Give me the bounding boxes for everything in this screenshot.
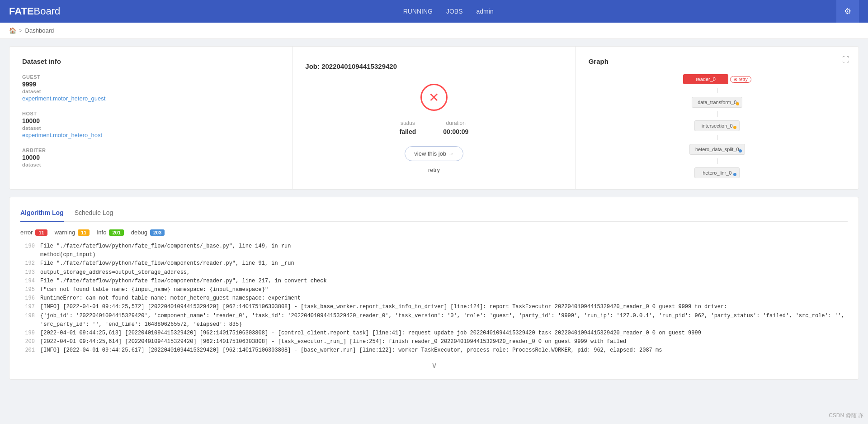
log-line-text: method(cpn_input)	[40, 251, 95, 259]
log-line-text: [INFO] [2022-04-01 09:44:25,617] [202204…	[40, 346, 662, 355]
connector-2	[717, 111, 717, 117]
host-row: HOST 10000 dataset experiment.motor_hete…	[22, 111, 279, 138]
filter-error[interactable]: error 11	[20, 229, 47, 236]
arbiter-dataset-label: dataset	[22, 162, 279, 167]
log-line: 200 [2022-04-01 09:44:25,614] [202204010…	[20, 338, 848, 346]
guest-dataset-value[interactable]: experiment.motor_hetero_guest	[22, 95, 279, 102]
data-transform-node-row: data_transform_0	[692, 97, 742, 108]
duration-value: 00:00:09	[443, 128, 468, 135]
nav-user[interactable]: admin	[476, 8, 494, 15]
nav-jobs[interactable]: JOBS	[446, 8, 463, 15]
status-label: status	[400, 120, 416, 126]
top-cards: Dataset info GUEST 9999 dataset experime…	[9, 46, 859, 190]
log-filter-row: error 11 warning 11 info 201 debug 203	[20, 229, 848, 236]
scroll-down-button[interactable]: ∨	[431, 360, 437, 370]
log-line-num: 198	[20, 312, 35, 329]
main-content: Dataset info GUEST 9999 dataset experime…	[0, 39, 868, 387]
guest-dataset-label: dataset	[22, 89, 279, 94]
dataset-info-card: Dataset info GUEST 9999 dataset experime…	[9, 47, 292, 189]
data-transform-node[interactable]: data_transform_0	[692, 97, 742, 108]
guest-id: 9999	[22, 81, 279, 88]
job-failed-icon: ✕	[420, 84, 448, 111]
breadcrumb-separator: >	[19, 27, 23, 34]
log-line-num: 194	[20, 277, 35, 286]
breadcrumb-home-icon[interactable]: 🏠	[9, 27, 16, 34]
log-line-num: 201	[20, 346, 35, 355]
logo-bold: FATE	[9, 5, 34, 17]
header: FATEBoard RUNNING JOBS admin ⚙	[0, 0, 868, 23]
filter-warning[interactable]: warning 11	[55, 229, 90, 236]
gear-icon[interactable]: ⚙	[836, 0, 859, 23]
expand-icon[interactable]: ⛶	[842, 56, 849, 64]
job-title: Job: 20220401094415329420	[305, 62, 397, 70]
graph-card: Graph ⛶ reader_0 ⊗ retry data_transform_…	[576, 47, 859, 189]
log-section: Algorithm Log Schedule Log error 11 warn…	[9, 197, 859, 380]
log-line: 196 RuntimeError: can not found table na…	[20, 294, 848, 303]
nav-running[interactable]: RUNNING	[403, 8, 433, 15]
host-dataset-value[interactable]: experiment.motor_hetero_host	[22, 132, 279, 138]
reader-node-row: reader_0 ⊗ retry	[683, 74, 751, 84]
breadcrumb: 🏠 > Dashboard	[0, 23, 868, 39]
log-line-text: {'job_id': '20220401094415329420', 'comp…	[40, 312, 848, 329]
log-line-text: [INFO] [2022-04-01 09:44:25,572] [202204…	[40, 303, 727, 311]
log-line-text: [2022-04-01 09:44:25,613] [2022040109441…	[40, 329, 701, 338]
filter-warning-label: warning	[55, 229, 75, 236]
scroll-down-area: ∨	[20, 355, 848, 370]
log-line-num	[20, 251, 35, 259]
intersection-node[interactable]: intersection_0	[694, 120, 740, 131]
filter-debug[interactable]: debug 203	[131, 229, 165, 236]
tab-schedule-log[interactable]: Schedule Log	[75, 206, 113, 222]
filter-info-label: info	[97, 229, 106, 236]
host-label: HOST	[22, 111, 279, 116]
hetero-linr-node[interactable]: hetero_linr_0	[694, 167, 740, 178]
guest-label: GUEST	[22, 74, 279, 80]
warning-badge: 11	[78, 229, 90, 236]
log-line: 198 {'job_id': '20220401094415329420', '…	[20, 312, 848, 329]
logo: FATEBoard	[9, 5, 60, 17]
tab-algorithm-log[interactable]: Algorithm Log	[20, 206, 64, 222]
filter-debug-label: debug	[131, 229, 147, 236]
log-line-text: output_storage_address=output_storage_ad…	[40, 268, 190, 277]
log-line: 194 File "./fate/fateflow/python/fate_fl…	[20, 277, 848, 286]
job-status-row: status failed duration 00:00:09	[400, 120, 469, 135]
arbiter-row: ARBITER 10000 dataset	[22, 148, 279, 167]
connector-3	[717, 135, 717, 140]
job-card: Job: 20220401094415329420 ✕ status faile…	[292, 47, 576, 189]
reader-node[interactable]: reader_0	[683, 74, 728, 84]
debug-badge: 203	[150, 229, 165, 236]
log-line-text: File "./fate/fateflow/python/fate_flow/c…	[40, 242, 291, 251]
host-dataset-label: dataset	[22, 125, 279, 131]
job-status-item: status failed	[400, 120, 416, 135]
graph-area: reader_0 ⊗ retry data_transform_0 inters…	[589, 74, 846, 178]
log-line: 195 f"can not found table name: {input_n…	[20, 286, 848, 294]
log-line-num: 192	[20, 259, 35, 268]
retry-badge: ⊗ retry	[730, 76, 751, 83]
log-line-num: 197	[20, 303, 35, 311]
log-line-num: 200	[20, 338, 35, 346]
arbiter-label: ARBITER	[22, 148, 279, 153]
log-line-num: 193	[20, 268, 35, 277]
log-line-num: 195	[20, 286, 35, 294]
log-content: 190 File "./fate/fateflow/python/fate_fl…	[20, 242, 848, 355]
logo-light: Board	[34, 5, 61, 17]
dataset-info-title: Dataset info	[22, 57, 279, 65]
log-line-num: 190	[20, 242, 35, 251]
log-line-text: RuntimeError: can not found table name: …	[40, 294, 301, 303]
connector-4	[717, 158, 717, 164]
log-line-text: File "./fate/fateflow/python/fate_flow/c…	[40, 259, 294, 268]
log-line: 193 output_storage_address=output_storag…	[20, 268, 848, 277]
info-badge: 201	[109, 229, 123, 236]
log-line: method(cpn_input)	[20, 251, 848, 259]
retry-link[interactable]: retry	[428, 167, 440, 173]
log-line-text: f"can not found table name: {input_name}…	[40, 286, 268, 294]
filter-info[interactable]: info 201	[97, 229, 123, 236]
arbiter-id: 10000	[22, 154, 279, 161]
host-id: 10000	[22, 117, 279, 124]
intersection-node-row: intersection_0	[694, 120, 740, 131]
log-tabs: Algorithm Log Schedule Log	[20, 206, 848, 222]
job-duration-item: duration 00:00:09	[443, 120, 468, 135]
hetero-split-node[interactable]: hetero_data_split_0	[689, 144, 745, 155]
view-job-button[interactable]: view this job →	[405, 146, 463, 161]
log-line: 197 [INFO] [2022-04-01 09:44:25,572] [20…	[20, 303, 848, 311]
graph-title: Graph	[589, 57, 846, 65]
